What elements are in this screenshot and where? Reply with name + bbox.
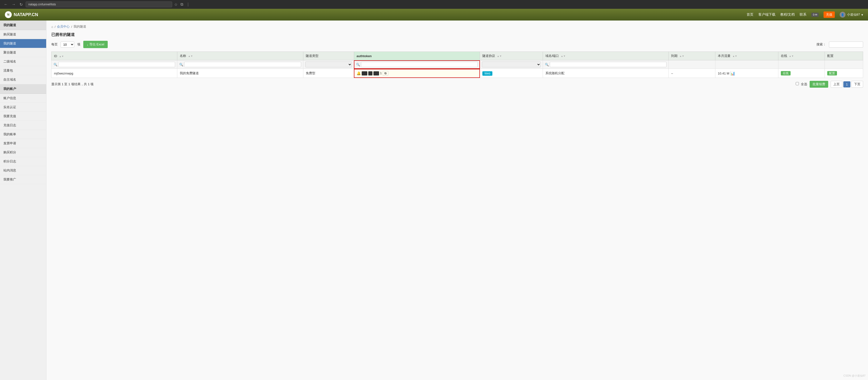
cell-traffic: 10.41 M 📊 — [715, 69, 778, 78]
col-header-protocol: 隧道协议 ▲▼ — [480, 52, 543, 60]
data-table: ID ▲▼ 名称 ▲▼ 隧道类型 authtoken 隧道协议 ▲▼ — [51, 52, 863, 78]
filter-traffic — [715, 60, 778, 69]
site-nav: 首页 客户端下载 教程/文档 联系 0 ✉ 充值 👤 小道仙97 ▾ — [747, 11, 863, 18]
nav-contact[interactable]: 联系 — [800, 12, 806, 17]
protocol-badge: Web — [483, 71, 492, 76]
cell-type: 免费型 — [303, 69, 354, 78]
config-button[interactable]: 配置 — [827, 71, 837, 75]
search-domain-icon: 🔍 — [545, 63, 549, 66]
sort-online-icon[interactable]: ▲▼ — [789, 55, 794, 57]
next-page-button[interactable]: 下页 — [851, 81, 863, 88]
filter-protocol-select[interactable]: Web — [482, 62, 541, 67]
browser-actions: ☆ ⧉ ⋮ — [174, 2, 190, 7]
filter-id-input[interactable] — [58, 62, 175, 67]
balance-badge: 0 ✉ — [811, 13, 818, 17]
sidebar-section-tunnel: 我的隧道 — [0, 21, 46, 30]
sort-expire-icon[interactable]: ▲▼ — [679, 55, 684, 57]
recharge-button[interactable]: 充值 — [824, 11, 835, 18]
url-bar[interactable]: natapp.cn/tunnel/lists — [26, 1, 172, 7]
filter-name-input[interactable] — [184, 62, 301, 67]
current-page-button[interactable]: 1 — [843, 81, 850, 88]
search-id-icon: 🔍 — [54, 63, 57, 66]
sort-domain-icon[interactable]: ▲▼ — [561, 55, 566, 57]
col-header-id: ID ▲▼ — [52, 52, 177, 60]
export-label: 导出 Excel — [89, 42, 104, 46]
token-char-3: ■■ — [373, 71, 379, 75]
sidebar-item-promote[interactable]: 我要推广 — [0, 175, 46, 184]
bookmark-icon: ☆ — [174, 2, 178, 7]
token-char-2: ■ — [368, 71, 372, 75]
dropdown-icon: ▾ — [861, 13, 863, 17]
browser-chrome: ← → ↻ natapp.cn/tunnel/lists ☆ ⧉ ⋮ — [0, 0, 868, 9]
sidebar-item-recharge[interactable]: 我要充值 — [0, 112, 46, 121]
copy-authtoken-button[interactable]: ⧉ — [383, 71, 388, 76]
footer-row: 显示第 1 至 1 项结果，共 1 项 全选 批量续费 上页 1 下页 — [51, 81, 863, 88]
nav-download[interactable]: 客户端下载 — [758, 12, 775, 17]
sidebar-item-messages[interactable]: 站内消息 — [0, 166, 46, 175]
balance-amount: 0 — [813, 13, 814, 16]
window-icon: ⧉ — [181, 2, 183, 7]
per-page-label: 每页 — [51, 42, 58, 46]
user-avatar: 👤 — [840, 12, 845, 18]
username: 小道仙97 — [847, 12, 860, 17]
sort-traffic-icon[interactable]: ▲▼ — [733, 55, 737, 57]
search-name-icon: 🔍 — [179, 63, 183, 66]
sidebar-item-bill[interactable]: 我的账单 — [0, 130, 46, 139]
sidebar-item-subdomain[interactable]: 二级域名 — [0, 57, 46, 66]
breadcrumb-member-center[interactable]: 会员中心 — [57, 24, 70, 29]
page-title: 已拥有的隧道 — [51, 32, 863, 37]
table-header-row: ID ▲▼ 名称 ▲▼ 隧道类型 authtoken 隧道协议 ▲▼ — [52, 52, 863, 60]
table-wrapper: ID ▲▼ 名称 ▲▼ 隧道类型 authtoken 隧道协议 ▲▼ — [51, 52, 863, 78]
col-header-type: 隧道类型 — [303, 52, 354, 60]
refresh-button[interactable]: ↻ — [19, 1, 24, 8]
per-page-select[interactable]: 10 20 50 100 — [61, 41, 74, 48]
sidebar-item-recharge-log[interactable]: 充值日志 — [0, 121, 46, 130]
sort-id-icon[interactable]: ▲▼ — [59, 55, 64, 58]
col-header-expire: 到期 ▲▼ — [669, 52, 715, 60]
filter-type-select[interactable]: 免费型 — [305, 62, 352, 67]
forward-button[interactable]: → — [11, 1, 17, 7]
sidebar-item-points-log[interactable]: 积分日志 — [0, 157, 46, 166]
filter-authtoken-input[interactable] — [361, 62, 478, 67]
export-excel-button[interactable]: ↓ 导出 Excel — [83, 41, 108, 48]
sidebar-item-account-info[interactable]: 账户信息 — [0, 94, 46, 103]
sidebar-item-my-tunnel[interactable]: 我的隧道 — [0, 39, 46, 48]
sort-protocol-icon[interactable]: ▲▼ — [497, 55, 502, 57]
cell-name: 我的免费隧道 — [177, 69, 303, 78]
home-icon[interactable]: ⌂ — [51, 25, 53, 29]
sort-name-icon[interactable]: ▲▼ — [188, 55, 193, 57]
sidebar-item-real-name[interactable]: 实名认证 — [0, 103, 46, 112]
sidebar-item-traffic-pack[interactable]: 流量包 — [0, 66, 46, 75]
sidebar-item-buy-tunnel[interactable]: 购买隧道 — [0, 30, 46, 39]
back-button[interactable]: ← — [3, 1, 9, 7]
col-header-authtoken: authtoken — [354, 52, 480, 60]
col-header-name: 名称 ▲▼ — [177, 52, 303, 60]
sidebar-item-aggregate-tunnel[interactable]: 聚合隧道 — [0, 48, 46, 57]
search-authtoken-icon: 🔍 — [356, 63, 360, 66]
batch-renew-button[interactable]: 批量续费 — [810, 81, 828, 88]
pagination: 上页 1 下页 — [831, 81, 863, 88]
select-all-checkbox[interactable] — [796, 82, 799, 85]
prev-page-button[interactable]: 上页 — [831, 81, 842, 88]
user-info[interactable]: 👤 小道仙97 ▾ — [840, 12, 863, 18]
nav-home[interactable]: 首页 — [747, 12, 753, 17]
search-input[interactable] — [829, 41, 863, 48]
table-row: mj0wezmwpg 我的免费隧道 免费型 🔔 ■■ ■ ■■ 1 ⧉ — [52, 69, 863, 78]
select-all-label: 全选 — [796, 82, 807, 87]
url-text: natapp.cn/tunnel/lists — [28, 3, 56, 6]
sidebar-item-buy-points[interactable]: 购买积分 — [0, 148, 46, 157]
site-logo: N NATAPP.CN — [5, 11, 747, 18]
search-label: 搜索： — [816, 42, 826, 46]
sidebar-item-invoice[interactable]: 发票申请 — [0, 139, 46, 148]
site-header: N NATAPP.CN 首页 客户端下载 教程/文档 联系 0 ✉ 充值 👤 小… — [0, 9, 868, 21]
sidebar-section-account: 我的账户 — [0, 84, 46, 94]
authtoken-display: 🔔 ■■ ■ ■■ 1 ⧉ — [356, 71, 477, 76]
result-info: 显示第 1 至 1 项结果，共 1 项 — [51, 82, 793, 87]
nav-docs[interactable]: 教程/文档 — [780, 12, 795, 17]
filter-domain-input[interactable] — [550, 62, 666, 67]
logo-icon: N — [5, 11, 12, 18]
traffic-chart-icon[interactable]: 📊 — [730, 71, 735, 76]
sidebar-item-custom-domain[interactable]: 自主域名 — [0, 75, 46, 84]
toolbar: 每页 10 20 50 100 项 ↓ 导出 Excel 搜索： — [51, 41, 863, 48]
cell-id: mj0wezmwpg — [52, 69, 177, 78]
